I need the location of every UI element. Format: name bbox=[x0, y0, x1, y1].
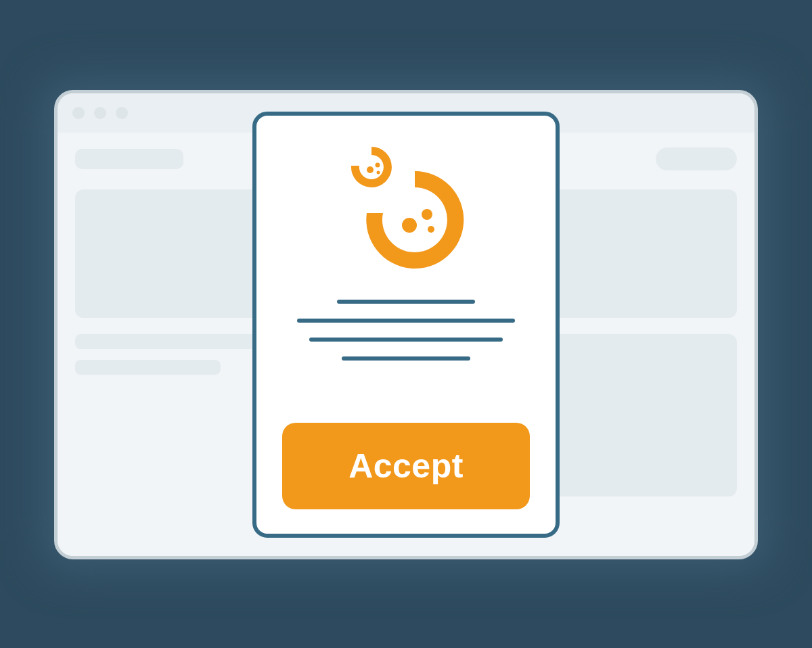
placeholder-heading bbox=[75, 149, 183, 169]
cookie-icon bbox=[328, 140, 484, 275]
cookie-consent-modal: Accept bbox=[252, 112, 560, 538]
window-control-dot bbox=[116, 107, 128, 119]
svg-point-5 bbox=[377, 171, 380, 175]
svg-point-2 bbox=[428, 226, 434, 233]
window-control-dot bbox=[94, 107, 106, 119]
accept-button[interactable]: Accept bbox=[282, 423, 530, 509]
svg-point-0 bbox=[402, 218, 417, 233]
svg-point-1 bbox=[422, 209, 432, 220]
placeholder-button bbox=[656, 147, 737, 170]
svg-point-4 bbox=[376, 163, 380, 168]
window-control-dot bbox=[72, 107, 85, 119]
consent-text-placeholder bbox=[282, 300, 530, 361]
svg-point-3 bbox=[367, 166, 374, 173]
